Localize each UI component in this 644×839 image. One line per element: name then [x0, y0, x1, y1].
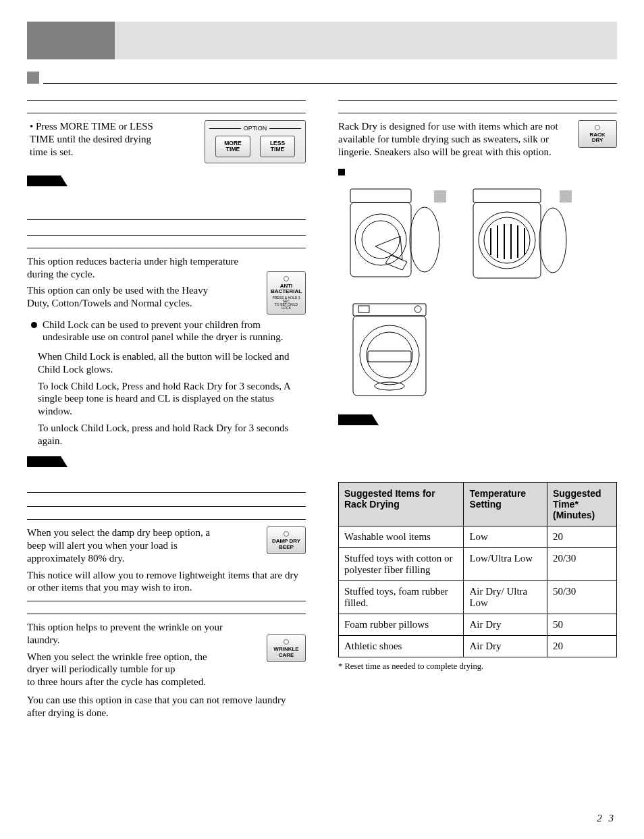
child-text-3: To lock Child Lock, Press and hold Rack … [38, 380, 306, 418]
anti-text-2: This option can only be used with the He… [27, 284, 230, 310]
svg-rect-0 [350, 189, 411, 202]
damp-btn-line2: BEEP [270, 545, 302, 550]
table-header-temp: Temperature Setting [464, 483, 547, 526]
table-header-time: Suggested Time* (Minutes) [547, 483, 616, 526]
section-head [27, 100, 306, 113]
header-bar [27, 22, 617, 59]
rack-dry-table: Suggested Items for Rack Drying Temperat… [338, 482, 617, 657]
dryer-open-icon [338, 182, 446, 289]
anti-text-1: This option reduces bacteria under high … [27, 255, 306, 281]
anti-bacterial-button[interactable]: ANTI BACTERIAL PRESS & HOLD 3 SEC TO SET… [267, 271, 306, 315]
square-marker [338, 169, 345, 175]
note-flag [27, 456, 61, 467]
dryer-diagram-open [338, 182, 446, 289]
more-time-button[interactable]: MORE TIME [215, 136, 250, 157]
section-head [27, 506, 306, 520]
anti-btn-line2: BACTERIAL [270, 289, 302, 294]
svg-point-21 [375, 382, 404, 390]
page-number: 2 3 [597, 813, 616, 824]
table-header-items: Suggested Items for Rack Drying [339, 483, 464, 526]
svg-rect-17 [353, 316, 426, 396]
note-placeholder [27, 192, 306, 220]
wrinkle-btn-line2: CARE [270, 653, 302, 658]
rack-dry-button[interactable]: RACK DRY [578, 120, 617, 148]
left-column: OPTION MORE TIME LESS TIME • Press MORE … [27, 90, 306, 723]
svg-point-18 [360, 325, 419, 385]
table-row: Stuffed toys, foam rubber filled. Air Dr… [339, 581, 617, 614]
note-placeholder [338, 428, 617, 475]
svg-point-9 [539, 208, 566, 273]
option-panel: OPTION MORE TIME LESS TIME [205, 120, 306, 163]
svg-rect-6 [473, 202, 541, 278]
dryer-diagram-rack [464, 182, 572, 289]
svg-point-2 [355, 214, 406, 265]
section-rule [27, 72, 617, 84]
dryer-rack-icon [464, 182, 572, 289]
wrinkle-care-button[interactable]: WRINKLE CARE [267, 634, 306, 662]
less-time-button[interactable]: LESS TIME [260, 136, 295, 157]
header-tab [27, 22, 115, 59]
wrinkle-text-2b: to three hours after the cycle has compl… [27, 676, 306, 688]
svg-rect-5 [473, 189, 541, 202]
note-placeholder [27, 472, 306, 493]
table-row: Stuffed toys with cotton or polyester fi… [339, 548, 617, 581]
child-text-4: To unlock Child Lock, press and hold Rac… [38, 422, 306, 448]
table-row: Athletic shoes Air Dry 20 [339, 636, 617, 657]
table-row: Foam rubber pillows Air Dry 50 [339, 614, 617, 636]
svg-point-4 [410, 207, 439, 272]
svg-point-3 [362, 221, 400, 259]
anti-btn-tiny: PRESS & HOLD 3 SEC TO SET CHILD LOCK [270, 296, 302, 310]
dryer-closed-icon [338, 298, 446, 405]
section-head [27, 601, 306, 614]
child-text-1: Child Lock can be used to prevent your c… [43, 319, 306, 344]
svg-point-19 [367, 332, 412, 378]
damp-text-2: This notice will allow you to remove lig… [27, 569, 306, 595]
child-text-2: When Child Lock is enabled, all the butt… [38, 350, 306, 376]
wrinkle-text-2a: When you select the wrinkle free option,… [27, 651, 223, 676]
svg-rect-22 [358, 306, 369, 313]
svg-point-23 [414, 306, 421, 313]
svg-point-7 [479, 212, 535, 269]
wrinkle-text-3: You can use this option in case that you… [27, 694, 306, 720]
option-label: OPTION [244, 125, 267, 132]
note-flag [338, 414, 372, 425]
rack-text: Rack Dry is designed for use with items … [338, 120, 617, 158]
footnote: * Reset time as needed to complete dryin… [338, 661, 617, 672]
section-head [27, 235, 306, 248]
note-flag [27, 175, 61, 186]
svg-rect-20 [368, 351, 411, 362]
damp-text-1: When you select the damp dry beep option… [27, 526, 223, 564]
damp-dry-beep-button[interactable]: DAMP DRY BEEP [267, 526, 306, 554]
dryer-diagram-closed [338, 298, 446, 405]
wrinkle-text-1: This option helps to prevent the wrinkle… [27, 621, 223, 647]
bullet-icon [31, 322, 37, 328]
table-row: Washable wool items Low 20 [339, 526, 617, 548]
time-set-text: • Press MORE TIME or LESS TIME until the… [27, 120, 155, 158]
right-column: RACK DRY Rack Dry is designed for use wi… [338, 90, 617, 723]
section-head [338, 100, 617, 113]
rack-btn-line2: DRY [581, 138, 614, 143]
